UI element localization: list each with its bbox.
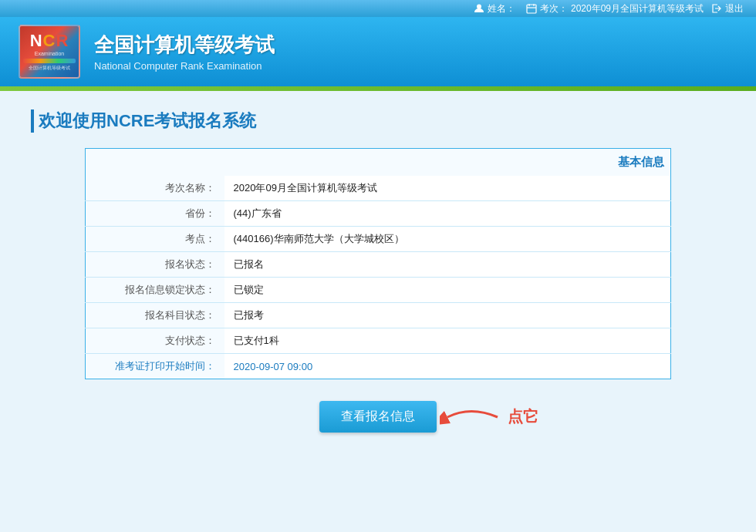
site-subtitle: National Computer Rank Examination bbox=[94, 60, 275, 72]
exam-area: 考次： 2020年09月全国计算机等级考试 bbox=[526, 2, 704, 15]
click-text: 点它 bbox=[508, 406, 538, 427]
row-value: (44)广东省 bbox=[224, 201, 671, 227]
exam-label: 考次： bbox=[540, 2, 568, 15]
welcome-title: 欢迎使用NCRE考试报名系统 bbox=[31, 109, 725, 133]
user-name-area: 姓名： bbox=[474, 2, 518, 15]
table-header: 基本信息 bbox=[86, 149, 671, 177]
logo-exam-text: Examination bbox=[35, 51, 65, 56]
arrow-annotation: 点它 bbox=[440, 402, 538, 433]
row-label: 省份： bbox=[86, 201, 224, 227]
row-value: 已报考 bbox=[224, 303, 671, 328]
table-row: 准考证打印开始时间：2020-09-07 09:00 bbox=[86, 354, 671, 379]
row-value: 2020年09月全国计算机等级考试 bbox=[224, 176, 671, 201]
arrow-icon bbox=[440, 402, 501, 433]
logo-n: N bbox=[30, 31, 43, 50]
logo: NCR Examination 全国计算机等级考试 bbox=[19, 25, 80, 79]
row-value: (440166)华南师范大学（大学城校区） bbox=[224, 227, 671, 252]
logout-label: 退出 bbox=[725, 2, 744, 15]
info-table: 基本信息 考次名称：2020年09月全国计算机等级考试省份：(44)广东省考点：… bbox=[85, 148, 671, 379]
site-title: 全国计算机等级考试 bbox=[94, 32, 275, 59]
logo-color-bar bbox=[23, 59, 76, 63]
table-row: 省份：(44)广东省 bbox=[86, 201, 671, 227]
svg-point-0 bbox=[477, 5, 481, 9]
calendar-icon bbox=[526, 3, 537, 14]
button-area: 查看报名信息 点它 bbox=[31, 401, 725, 433]
logo-c: C bbox=[43, 31, 56, 50]
name-label: 姓名： bbox=[488, 2, 515, 15]
logo-chinese: 全国计算机等级考试 bbox=[29, 65, 70, 72]
row-value: 2020-09-07 09:00 bbox=[224, 354, 671, 379]
table-row: 支付状态：已支付1科 bbox=[86, 328, 671, 354]
view-registration-button[interactable]: 查看报名信息 bbox=[319, 401, 437, 433]
top-bar: 姓名： 考次： 2020年09月全国计算机等级考试 退出 bbox=[0, 0, 756, 17]
logo-r: R bbox=[56, 31, 69, 50]
svg-rect-1 bbox=[527, 5, 536, 13]
table-row: 报名状态：已报名 bbox=[86, 252, 671, 278]
exam-name: 2020年09月全国计算机等级考试 bbox=[571, 2, 704, 15]
row-label: 报名状态： bbox=[86, 252, 224, 278]
user-icon bbox=[474, 3, 484, 14]
row-label: 支付状态： bbox=[86, 328, 224, 354]
row-label: 报名科目状态： bbox=[86, 303, 224, 328]
row-label: 报名信息锁定状态： bbox=[86, 278, 224, 303]
table-row: 考点：(440166)华南师范大学（大学城校区） bbox=[86, 227, 671, 252]
row-label: 考点： bbox=[86, 227, 224, 252]
table-row: 考次名称：2020年09月全国计算机等级考试 bbox=[86, 176, 671, 201]
row-label: 考次名称： bbox=[86, 176, 224, 201]
logout-area[interactable]: 退出 bbox=[711, 2, 744, 15]
table-row: 报名信息锁定状态：已锁定 bbox=[86, 278, 671, 303]
main-content: 欢迎使用NCRE考试报名系统 基本信息 考次名称：2020年09月全国计算机等级… bbox=[0, 91, 756, 451]
row-value: 已支付1科 bbox=[224, 328, 671, 354]
header: NCR Examination 全国计算机等级考试 全国计算机等级考试 Nati… bbox=[0, 17, 756, 86]
table-row: 报名科目状态：已报考 bbox=[86, 303, 671, 328]
header-text: 全国计算机等级考试 National Computer Rank Examina… bbox=[94, 32, 275, 72]
row-value: 已锁定 bbox=[224, 278, 671, 303]
logo-text: NCR bbox=[30, 32, 69, 49]
row-value: 已报名 bbox=[224, 252, 671, 278]
logout-icon bbox=[711, 3, 722, 14]
row-label: 准考证打印开始时间： bbox=[86, 354, 224, 379]
